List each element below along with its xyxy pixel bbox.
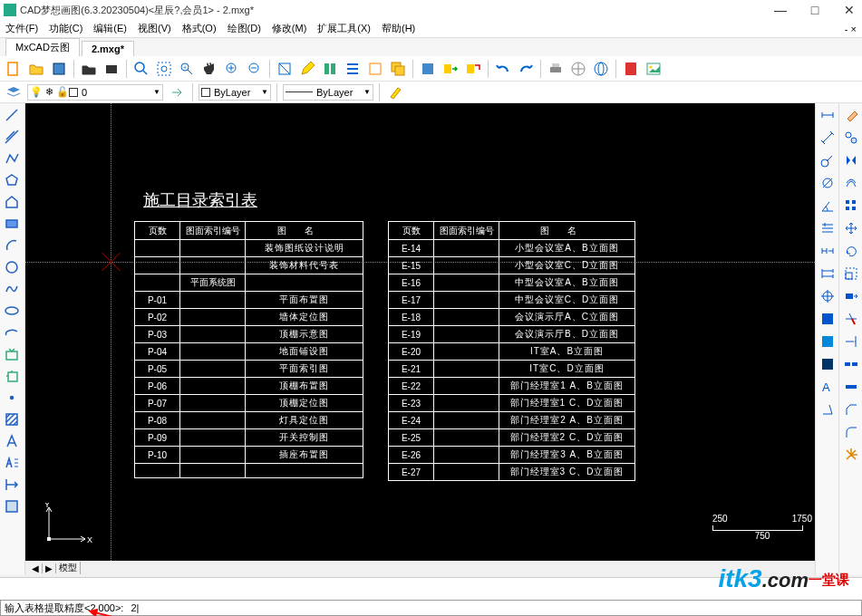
save-button[interactable] [49, 59, 69, 79]
dimension-button[interactable] [2, 475, 22, 495]
zoom-in-button[interactable] [222, 59, 242, 79]
pan-button[interactable] [199, 59, 219, 79]
join-button[interactable] [841, 377, 861, 397]
chamfer-button[interactable] [841, 399, 861, 419]
undo-button[interactable] [493, 59, 513, 79]
new-button[interactable] [4, 59, 24, 79]
house-button[interactable] [2, 192, 22, 212]
dim-aligned-button[interactable] [818, 128, 838, 148]
zoom-realtime-button[interactable]: + [177, 59, 197, 79]
command-line[interactable]: 输入表格提取精度<2.000>: 2 | [0, 600, 862, 616]
layers-button[interactable] [365, 59, 385, 79]
mtext-button[interactable] [2, 453, 22, 473]
menu-ext[interactable]: 扩展工具(X) [317, 22, 371, 35]
pdf-button[interactable] [621, 59, 641, 79]
arc-button[interactable] [2, 236, 22, 255]
menu-collapse-icon[interactable]: - × [845, 24, 857, 34]
list-button[interactable] [343, 59, 363, 79]
dim-baseline-button[interactable] [818, 264, 838, 284]
dim-linear-button[interactable] [818, 105, 838, 125]
point-button[interactable] [2, 388, 22, 408]
web-button[interactable] [591, 59, 611, 79]
edit-pencil-button[interactable] [297, 59, 317, 79]
color-dropdown[interactable]: ByLayer ▼ [199, 84, 271, 101]
dim-angular-button[interactable] [818, 196, 838, 216]
match-prop-button[interactable] [385, 82, 405, 102]
menu-file[interactable]: 文件(F) [5, 22, 38, 35]
line-button[interactable] [2, 105, 22, 125]
export-flag-button[interactable] [463, 59, 483, 79]
layer-dropdown[interactable]: 💡❄🔓 0 ▼ [27, 84, 163, 101]
xline-button[interactable] [2, 127, 22, 147]
dim-radius-button[interactable] [818, 150, 838, 170]
rotate-button[interactable] [841, 241, 861, 261]
layer-manager-button[interactable] [4, 82, 24, 102]
dim-block3-button[interactable] [818, 354, 838, 374]
maximize-button[interactable]: □ [806, 3, 824, 17]
menu-function[interactable]: 功能(C) [49, 22, 82, 35]
dim-ordinate-button[interactable] [818, 218, 838, 238]
copy-obj-button[interactable] [841, 128, 861, 148]
tab-cloud[interactable]: MxCAD云图 [5, 38, 80, 56]
dim-diameter-button[interactable] [818, 173, 838, 193]
menu-format[interactable]: 格式(O) [182, 22, 217, 35]
regen-button[interactable] [275, 59, 295, 79]
open-button[interactable] [26, 59, 46, 79]
rectangle-button[interactable] [2, 214, 22, 234]
spline-button[interactable] [2, 279, 22, 299]
trim-button[interactable] [841, 309, 861, 329]
close-button[interactable]: ✕ [840, 3, 858, 17]
ellipse-arc-button[interactable] [2, 322, 22, 342]
layer-prev-button[interactable] [167, 82, 187, 102]
save-disk-button[interactable] [418, 59, 438, 79]
polyline-button[interactable] [2, 149, 22, 168]
break-button[interactable] [841, 354, 861, 374]
zoom-extents-button[interactable] [154, 59, 174, 79]
menu-edit[interactable]: 编辑(E) [93, 22, 127, 35]
fillet-button[interactable] [841, 422, 861, 442]
extend-button[interactable] [841, 332, 861, 351]
linetype-dropdown[interactable]: ByLayer ▼ [283, 84, 373, 101]
minimize-button[interactable]: — [771, 3, 789, 17]
tab-current[interactable]: 2.mxg* [82, 41, 134, 56]
menu-help[interactable]: 帮助(H) [382, 22, 415, 35]
explode-button[interactable] [841, 445, 861, 465]
preview-button[interactable] [568, 59, 588, 79]
copy-button[interactable] [388, 59, 408, 79]
zoom-window-button[interactable] [131, 59, 151, 79]
scale-button[interactable] [841, 264, 861, 284]
folder-open-button[interactable] [79, 59, 99, 79]
dim-style-button[interactable] [818, 399, 838, 419]
print-button[interactable] [546, 59, 566, 79]
make-block-button[interactable] [2, 366, 22, 386]
stretch-button[interactable] [841, 286, 861, 306]
leader-button[interactable] [2, 496, 22, 516]
dim-continue-button[interactable] [818, 241, 838, 261]
dim-text-button[interactable]: A [818, 377, 838, 397]
mirror-button[interactable] [841, 150, 861, 170]
drawing-canvas[interactable]: 施工目录索引表 页数 图面索引编号 图名 装饰图纸设计说明装饰材料代号表平面系统… [25, 103, 862, 575]
text-a-button[interactable] [2, 431, 22, 451]
ellipse-button[interactable] [2, 301, 22, 321]
tab-prev[interactable]: ◀ [29, 563, 43, 573]
erase-button[interactable] [841, 105, 861, 125]
folder-button[interactable] [102, 59, 121, 79]
image-button[interactable] [644, 59, 663, 79]
zoom-out-button[interactable] [245, 59, 265, 79]
export-right-button[interactable] [441, 59, 460, 79]
dim-block1-button[interactable] [818, 309, 838, 329]
menu-draw[interactable]: 绘图(D) [228, 22, 261, 35]
move-button[interactable] [841, 218, 861, 238]
dim-block2-button[interactable] [818, 332, 838, 351]
circle-button[interactable] [2, 257, 22, 277]
menu-view[interactable]: 视图(V) [138, 22, 171, 35]
tab-next[interactable]: ▶ [43, 563, 56, 573]
offset-button[interactable] [841, 173, 861, 193]
redo-button[interactable] [516, 59, 536, 79]
polygon-button[interactable] [2, 170, 22, 190]
insert-block-button[interactable] [2, 344, 22, 364]
menu-modify[interactable]: 修改(M) [272, 22, 307, 35]
hatch-button[interactable] [2, 409, 22, 429]
array-button[interactable] [841, 196, 861, 216]
properties-button[interactable] [320, 59, 340, 79]
